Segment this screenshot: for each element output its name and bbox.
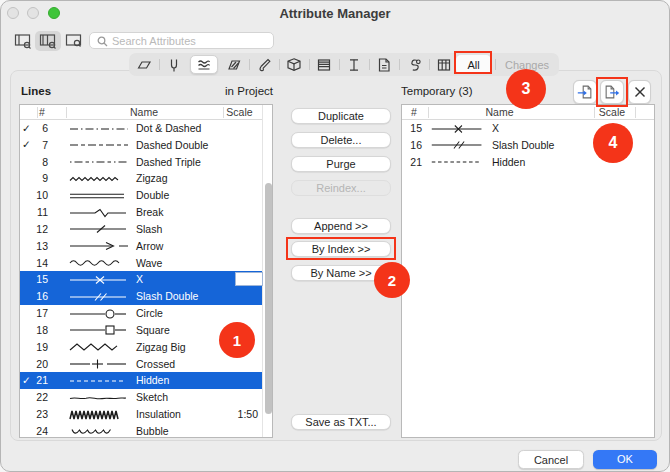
line-row-dashed-double[interactable]: ✓7Dashed Double [20,137,264,154]
row-name: Square [136,324,170,336]
highlight-box-export-button [596,77,628,107]
highlight-box-by-index-button [286,237,396,260]
line-row-dashed-triple[interactable]: 8Dashed Triple [20,154,264,171]
line-pattern-preview [68,392,130,406]
line-row-break[interactable]: 11Break [20,204,264,221]
lines-table-scrollbar[interactable] [262,105,272,437]
texture-icon [286,57,302,73]
tab-pen-icon[interactable] [159,53,189,76]
line-row-dot-dashed[interactable]: ✓6Dot & Dashed [20,120,264,137]
line-row-sketch[interactable]: 22Sketch [20,389,264,406]
row-name: Hidden [492,156,525,168]
row-number: 16 [402,139,422,151]
annotation-badge-4: 4 [593,123,633,163]
tab-hatch-icon[interactable] [219,53,249,76]
line-pattern-preview [68,358,130,372]
save-as-txt-button[interactable]: Save as TXT... [291,414,391,430]
tab-tile-icon[interactable] [309,53,339,76]
ok-button[interactable]: OK [593,450,657,469]
highlight-box-all-tab [454,51,492,74]
line-pattern-preview [430,139,485,153]
line-type-icon [196,57,212,73]
clear-temporary-button[interactable] [628,80,651,104]
row-name: X [136,273,143,285]
line-pattern-preview [68,123,130,137]
tile-icon [316,57,332,73]
line-row-double[interactable]: 10Double [20,187,264,204]
row-number: 15 [402,122,422,134]
tab-brush-icon[interactable] [249,53,279,76]
row-number: 18 [20,324,48,336]
line-row-bubble[interactable]: 24Bubble [20,423,264,438]
lines-table-header: # Name Scale [20,105,272,120]
reindex-button[interactable]: Reindex... [291,180,391,196]
tab-fill-icon[interactable] [129,53,159,76]
import-document-icon [576,83,594,101]
annotation-badge-3: 3 [506,69,546,109]
line-row-insulation[interactable]: 23Insulation1:50 [20,406,264,423]
tab-symbol-icon[interactable] [399,53,429,76]
right-pane-view-button[interactable] [61,31,87,51]
line-row-wave[interactable]: 14Wave [20,255,264,272]
row-name: Double [136,189,169,201]
line-row-zigzag[interactable]: 9Zigzag [20,170,264,187]
row-number: 23 [20,408,48,420]
duplicate-button[interactable]: Duplicate [291,108,391,124]
row-number: 11 [20,206,48,218]
purge-button[interactable]: Purge [291,156,391,172]
cancel-button[interactable]: Cancel [518,450,584,469]
scale-edit-field[interactable] [235,272,263,286]
column-header-scale: Scale [223,106,256,118]
line-row-hidden[interactable]: ✓21Hidden [20,372,264,389]
line-pattern-preview [68,341,130,355]
row-number: 22 [20,391,48,403]
delete-button[interactable]: Delete... [291,132,391,148]
import-attributes-button[interactable] [573,80,597,104]
row-number: 19 [20,341,48,353]
line-pattern-preview [68,425,130,438]
tab-sheet-icon[interactable] [369,53,399,76]
search-input[interactable] [112,33,270,48]
attribute-manager-window: Attribute Manager All Changes Lines in P… [0,0,670,472]
line-row-slash[interactable]: 12Slash [20,221,264,238]
column-header-number: # [404,106,424,118]
row-number: 20 [20,358,48,370]
row-name: Wave [136,257,162,269]
line-row-arrow[interactable]: 13Arrow [20,238,264,255]
row-number: 21 [402,156,422,168]
annotation-badge-1: 1 [219,322,255,358]
title-bar[interactable]: Attribute Manager [1,1,669,25]
line-row-x[interactable]: 15X [20,271,264,288]
row-number: 15 [20,273,48,285]
row-number: 13 [20,240,48,252]
dual-pane-view-button[interactable] [35,31,61,51]
tab-text-style-icon[interactable] [339,53,369,76]
tab-texture-icon[interactable] [279,53,309,76]
row-number: 12 [20,223,48,235]
symbol-icon [406,57,422,73]
text-style-icon [346,57,362,73]
sheet-icon [376,57,392,73]
row-name: Zigzag Big [136,341,186,353]
line-pattern-preview [68,291,130,305]
line-pattern-preview [68,274,130,288]
tab-line-type-icon[interactable] [189,53,219,76]
row-name: Crossed [136,358,175,370]
annotation-badge-2: 2 [374,262,410,298]
row-name: Hidden [136,374,169,386]
lines-table: # Name Scale ✓6Dot & Dashed✓7Dashed Doub… [19,104,273,438]
hatch-icon [226,57,242,73]
append--button[interactable]: Append >> [291,218,391,234]
single-pane-view-button[interactable] [10,31,36,51]
search-field[interactable] [89,32,274,49]
left-panel-scope: in Project [163,85,273,97]
line-pattern-preview [68,190,130,204]
line-row-crossed[interactable]: 20Crossed [20,356,264,373]
scrollbar-thumb[interactable] [265,183,272,414]
row-name: X [492,122,499,134]
line-row-circle[interactable]: 17Circle [20,305,264,322]
line-row-slash-double[interactable]: 16Slash Double [20,288,264,305]
row-name: Slash Double [136,290,198,302]
row-name: Arrow [136,240,163,252]
column-header-name: Name [442,106,557,118]
